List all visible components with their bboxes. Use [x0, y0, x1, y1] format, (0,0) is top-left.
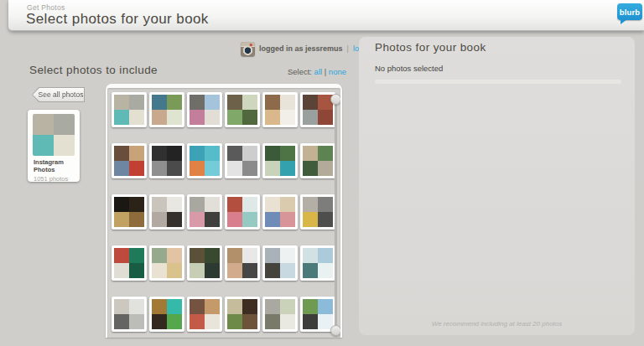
photo-image: [265, 95, 295, 125]
select-none-link[interactable]: none: [329, 67, 346, 76]
photo-grid-row: [112, 245, 335, 281]
photo-image: [227, 299, 257, 329]
photo-image: [152, 146, 182, 176]
select-all-link[interactable]: all: [314, 67, 323, 76]
photo-image: [114, 197, 144, 227]
photo-thumbnail-wine-barrels[interactable]: [225, 297, 260, 332]
photo-thumbnail-kids-picnic-park[interactable]: [149, 92, 184, 127]
photo-grid-row: [112, 92, 335, 127]
logged-in-text: logged in as jessremus: [259, 44, 343, 53]
photo-thumbnail-dark-warm-interior[interactable]: [112, 194, 147, 230]
photo-image: [190, 197, 220, 227]
book-photos-heading: Photos for your book: [375, 41, 486, 54]
photo-thumbnail-living-room[interactable]: [149, 194, 184, 230]
photo-thumbnail-kids-on-couch[interactable]: [262, 194, 298, 230]
photo-image: [152, 197, 182, 227]
photo-image: [265, 299, 295, 329]
photo-thumbnail-can-on-pool-table[interactable]: [149, 297, 184, 332]
select-separator: |: [325, 67, 326, 76]
photo-thumbnail-car-and-kids[interactable]: [300, 194, 335, 230]
photo-thumbnail-street-parade[interactable]: [187, 92, 222, 127]
photo-thumbnail-green-vending-machine[interactable]: [112, 245, 147, 281]
grid-scrollbar-thumb-top[interactable]: [330, 94, 340, 105]
photo-thumbnail-forest-child[interactable]: [262, 143, 298, 178]
source-card-instagram[interactable]: Instagram Photos 1051 photos: [28, 110, 80, 182]
photo-image: [227, 146, 257, 176]
photo-image: [114, 299, 144, 329]
page-title: Select photos for your book: [26, 11, 209, 28]
header-bar: Get Photos Select photos for your book: [8, 0, 644, 31]
photo-image: [190, 299, 220, 329]
photo-grid-scroll-area: [107, 88, 340, 338]
photo-thumbnail-barn-and-sky[interactable]: [300, 297, 335, 332]
book-photos-panel: Photos for your book No photos selected …: [359, 37, 635, 335]
photo-thumbnail-clouds-over-field[interactable]: [300, 245, 335, 281]
recommendation-hint: We recommend including at least 20 photo…: [359, 320, 635, 328]
photo-image: [190, 95, 220, 125]
grid-scrollbar-track[interactable]: [335, 101, 337, 328]
photo-image: [152, 95, 182, 125]
photo-thumbnail-porch-columns[interactable]: [262, 297, 298, 332]
blurb-logo-label: blurb: [620, 8, 641, 17]
photo-thumbnail-sleeping-child[interactable]: [149, 245, 184, 281]
photo-thumbnail-kids-at-window[interactable]: [262, 245, 298, 281]
photo-thumbnail-porch-bench-kids[interactable]: [225, 245, 260, 281]
no-photos-text: No photos selected: [375, 64, 443, 73]
photo-thumbnail-porch-child-pink[interactable]: [187, 194, 222, 230]
photo-thumbnail-dark-pond[interactable]: [187, 245, 222, 281]
photo-grid-panel: [106, 84, 342, 338]
photo-thumbnail-garden-creek[interactable]: [225, 92, 260, 127]
grid-scrollbar-thumb-bottom[interactable]: [330, 325, 340, 336]
photo-image: [190, 248, 220, 278]
photo-image: [152, 248, 182, 278]
source-card-thumbnail: [33, 114, 75, 156]
blurb-logo[interactable]: blurb: [617, 3, 642, 20]
photo-thumbnail-child-in-bathtub[interactable]: [262, 92, 298, 127]
photo-thumbnail-kids-on-train-seat[interactable]: [112, 92, 147, 127]
photo-grid-row: [112, 143, 335, 178]
see-all-photos-button[interactable]: See all photos: [32, 87, 85, 102]
photo-thumbnail-park-bench[interactable]: [300, 143, 335, 178]
select-links: Select: all | none: [279, 67, 346, 76]
source-card-name: Instagram Photos: [34, 158, 75, 173]
photo-image: [152, 299, 182, 329]
photo-image: [303, 299, 333, 329]
photo-image: [227, 95, 257, 125]
photo-image: [114, 146, 144, 176]
photo-image: [303, 95, 333, 125]
instagram-icon: [241, 42, 255, 56]
photo-thumbnail-sled-on-ice[interactable]: [225, 194, 260, 230]
photo-grid-row: [112, 194, 335, 230]
photo-grid-row: [112, 297, 335, 332]
panel-divider: [375, 80, 621, 84]
photo-image: [303, 146, 333, 176]
photo-image: [303, 197, 333, 227]
photo-thumbnail-pool-swimmer[interactable]: [187, 143, 222, 178]
photo-thumbnail-night-building-bw[interactable]: [149, 143, 184, 178]
photo-image: [265, 248, 295, 278]
select-label: Select:: [288, 67, 312, 76]
select-photos-heading: Select photos to include: [29, 64, 158, 76]
photo-grid-rows: [112, 92, 335, 338]
photo-image: [114, 95, 144, 125]
photo-image: [303, 248, 333, 278]
photo-image: [227, 248, 257, 278]
photo-thumbnail-theater-marquee[interactable]: [112, 143, 147, 178]
source-card-count: 1051 photos: [34, 175, 80, 183]
photo-image: [265, 197, 295, 227]
photo-thumbnail-hallway[interactable]: [112, 297, 147, 332]
account-separator: |: [347, 44, 349, 53]
photo-image: [190, 146, 220, 176]
photo-image: [227, 197, 257, 227]
photo-thumbnail-house-bw[interactable]: [225, 143, 260, 178]
see-all-photos-label: See all photos: [33, 88, 84, 101]
account-row: logged in as jessremus | log out: [241, 41, 376, 56]
photo-thumbnail-tasting-flight[interactable]: [187, 297, 222, 332]
photo-image: [265, 146, 295, 176]
photo-image: [114, 248, 144, 278]
